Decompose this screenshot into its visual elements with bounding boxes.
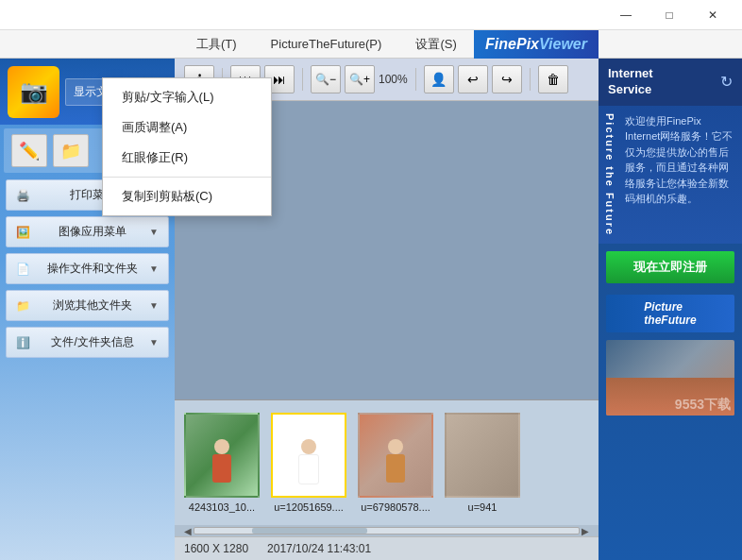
right-panel-header: Internet Service ↻ xyxy=(599,59,742,106)
person-head-2 xyxy=(388,439,403,454)
internet-text: Internet xyxy=(608,66,653,80)
rotate-left-button[interactable]: ↩ xyxy=(458,65,488,93)
next-icon: ⏭ xyxy=(273,72,286,87)
resolution-text: 1600 X 1280 xyxy=(184,542,248,555)
app-logo: 📷 xyxy=(8,66,59,118)
context-menu-item-1[interactable]: 画质调整(A) xyxy=(103,112,271,143)
pf-text: PicturetheFuture xyxy=(644,300,696,327)
edit-icon-btn[interactable]: ✏️ xyxy=(11,134,47,167)
right-panel: Internet Service ↻ Picture the Future 欢迎… xyxy=(599,59,742,560)
thumbnail-label-1: u=12051659.... xyxy=(274,501,344,513)
person-head-0 xyxy=(214,439,229,454)
file-icon: 📄 xyxy=(16,263,30,276)
thumbnail-img-1 xyxy=(271,413,346,498)
close-button[interactable]: ✕ xyxy=(691,0,734,30)
title-bar: — □ ✕ xyxy=(0,0,742,30)
thumbnail-item-3[interactable]: u=941 xyxy=(445,413,520,513)
thumbnail-label-2: u=67980578.... xyxy=(361,501,430,513)
info-icon: ℹ️ xyxy=(16,336,30,349)
service-text: Service xyxy=(608,82,651,96)
context-menu-item-0[interactable]: 剪贴/文字输入(L) xyxy=(103,82,271,112)
status-bar: 1600 X 1280 2017/10/24 11:43:01 xyxy=(175,536,599,560)
person-head-1 xyxy=(301,439,316,454)
person-body-2 xyxy=(386,454,405,483)
folder-icon: 📁 xyxy=(60,141,81,161)
toolbar-sep-2 xyxy=(302,68,303,91)
person-button[interactable]: 👤 xyxy=(424,65,454,93)
sidebar-item-info[interactable]: ℹ️ 文件/文件夹信息 ▼ xyxy=(6,327,169,358)
rotate-right-icon: ↪ xyxy=(501,72,513,87)
folder-icon-btn[interactable]: 📁 xyxy=(53,134,89,167)
menu-bar: 工具(T) PictureTheFuture(P) 设置(S) 帮助(H) xyxy=(0,30,742,59)
thumbnail-img-0 xyxy=(184,413,260,498)
person-icon: 👤 xyxy=(430,72,447,87)
scrollbar-thumb xyxy=(252,528,367,534)
person-body-1 xyxy=(298,454,319,484)
edit-icon: ✏️ xyxy=(19,141,40,161)
thumbnail-strip: 4243103_10... u=12051659.... xyxy=(175,399,599,536)
print-icon: 🖨️ xyxy=(16,189,30,202)
menu-picturefuture[interactable]: PictureTheFuture(P) xyxy=(263,33,390,55)
rotate-right-button[interactable]: ↪ xyxy=(492,65,522,93)
maximize-button[interactable]: □ xyxy=(648,0,691,30)
context-menu-separator xyxy=(103,177,271,178)
refresh-icon[interactable]: ↻ xyxy=(720,73,733,91)
delete-icon: 🗑 xyxy=(547,72,560,87)
person-shape-0 xyxy=(208,439,236,491)
delete-button[interactable]: 🗑 xyxy=(538,65,568,93)
thumbnail-img-2 xyxy=(358,413,433,498)
scroll-right-arrow[interactable]: ▶ xyxy=(580,526,591,536)
scroll-left-arrow[interactable]: ◀ xyxy=(182,526,194,536)
file-info-label: 文件/文件夹信息 xyxy=(51,334,133,350)
thumbnail-label-3: u=941 xyxy=(468,501,497,513)
image-apps-label: 图像应用菜单 xyxy=(59,224,126,240)
arrow-icon-4: ▼ xyxy=(149,337,159,348)
person-shape-2 xyxy=(381,439,410,491)
zoom-out-icon: 🔍− xyxy=(315,73,336,86)
context-menu-item-2[interactable]: 红眼修正(R) xyxy=(103,143,271,173)
sidebar-item-image-apps[interactable]: 🖼️ 图像应用菜单 ▼ xyxy=(6,216,169,247)
menu-settings[interactable]: 设置(S) xyxy=(408,32,464,57)
arrow-icon-3: ▼ xyxy=(149,300,159,311)
arrow-icon-2: ▼ xyxy=(149,263,159,274)
picture-future-logo: PicturetheFuture xyxy=(606,295,734,332)
file-ops-label: 操作文件和文件夹 xyxy=(47,261,138,277)
thumbnail-item-1[interactable]: u=12051659.... xyxy=(271,413,346,513)
thumbnail-row: 4243103_10... u=12051659.... xyxy=(175,400,599,525)
watermark-text: 9553下载 xyxy=(675,397,731,414)
sidebar-item-file-ops[interactable]: 📄 操作文件和文件夹 ▼ xyxy=(6,253,169,284)
scrollbar-track[interactable] xyxy=(194,527,580,535)
finepix-vertical-text: Picture the Future xyxy=(602,110,617,240)
internet-service-label: Internet Service xyxy=(608,66,653,98)
finepix-viewer-label: FinePixViewer xyxy=(485,36,587,53)
arrow-icon-1: ▼ xyxy=(149,227,159,237)
thumbnail-img-3 xyxy=(445,413,520,498)
thumbnail-label-0: 4243103_10... xyxy=(189,501,255,513)
minimize-button[interactable]: — xyxy=(604,0,648,30)
datetime-text: 2017/10/24 11:43:01 xyxy=(267,542,371,555)
menu-tools[interactable]: 工具(T) xyxy=(189,32,245,57)
browse-icon: 📁 xyxy=(16,299,30,313)
finepix-banner: Picture the Future 欢迎使用FinePix Internet网… xyxy=(599,106,742,244)
thumbnail-scrollbar: ◀ ▶ xyxy=(175,525,599,536)
thumbnail-item-0[interactable]: 4243103_10... xyxy=(184,413,260,513)
context-menu-item-3[interactable]: 复制到剪贴板(C) xyxy=(103,181,271,212)
zoom-out-button[interactable]: 🔍− xyxy=(311,65,341,93)
panel-description: 欢迎使用FinePix Internet网络服务！它不仅为您提供放心的售后服务，… xyxy=(621,110,738,211)
camera-icon: 📷 xyxy=(20,78,48,105)
image-icon: 🖼️ xyxy=(16,226,30,239)
toolbar-sep-3 xyxy=(415,68,416,91)
title-bar-controls: — □ ✕ xyxy=(604,0,734,30)
register-button[interactable]: 现在立即注册 xyxy=(606,251,734,283)
person-shape-1 xyxy=(295,439,323,491)
browse-label: 浏览其他文件夹 xyxy=(53,297,132,314)
zoom-in-button[interactable]: 🔍+ xyxy=(345,65,375,93)
toolbar-sep-4 xyxy=(530,68,531,91)
sidebar-item-browse[interactable]: 📁 浏览其他文件夹 ▼ xyxy=(6,290,169,321)
zoom-percent: 100% xyxy=(379,73,408,86)
zoom-in-icon: 🔍+ xyxy=(349,73,370,86)
panel-image: 9553下载 xyxy=(606,340,734,416)
context-menu: 剪贴/文字输入(L) 画质调整(A) 红眼修正(R) 复制到剪贴板(C) xyxy=(102,77,272,216)
thumbnail-item-2[interactable]: u=67980578.... xyxy=(358,413,433,513)
rotate-left-icon: ↩ xyxy=(467,72,479,87)
